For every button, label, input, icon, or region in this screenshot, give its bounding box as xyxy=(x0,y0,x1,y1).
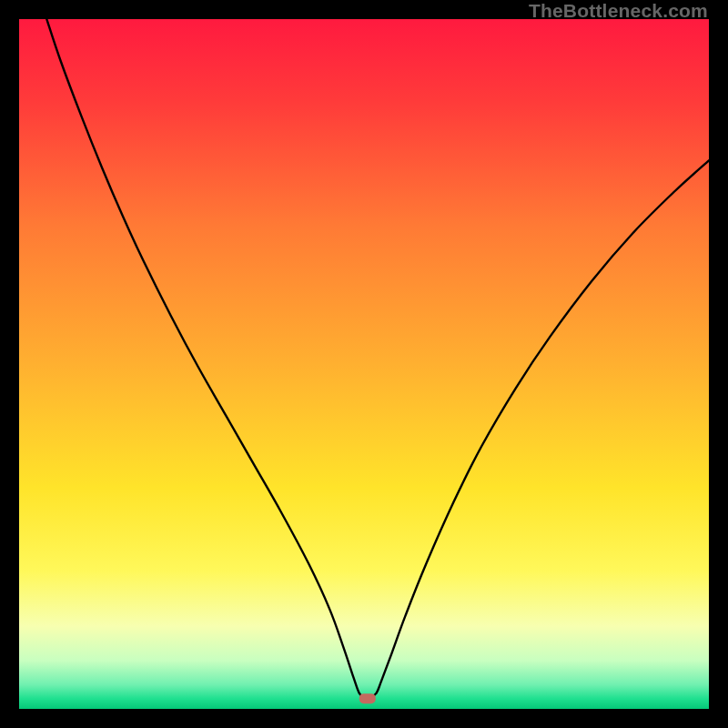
bottleneck-chart xyxy=(19,19,709,709)
watermark-text: TheBottleneck.com xyxy=(529,0,708,22)
chart-frame xyxy=(19,19,709,709)
optimum-marker xyxy=(359,693,376,703)
chart-gradient-area xyxy=(19,19,709,709)
